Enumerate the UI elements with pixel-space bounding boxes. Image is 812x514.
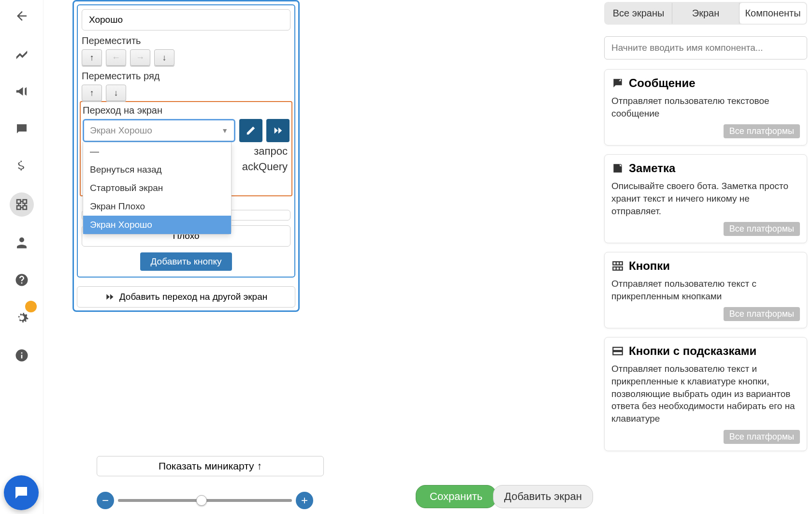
component-hint-buttons[interactable]: Кнопки с подсказками Отправляет пользова… xyxy=(604,337,807,451)
move-row-up-button[interactable]: ↑ xyxy=(82,85,102,101)
screen-card: Переместить ↑ ← → ↓ Переместить ряд ↑ ↓ … xyxy=(72,0,300,312)
platform-badge: Все платформы xyxy=(724,430,800,444)
dropdown-item-bad[interactable]: Экран Плохо xyxy=(83,197,231,216)
dropdown-item-start[interactable]: Стартовый экран xyxy=(83,179,231,197)
move-row-label: Переместить ряд xyxy=(82,71,290,82)
screen-select-value: Экран Хорошо xyxy=(90,125,152,136)
move-left-button: ← xyxy=(106,49,126,66)
chat-fab[interactable] xyxy=(4,475,39,510)
move-down-button[interactable]: ↓ xyxy=(154,49,174,66)
platform-badge: Все платформы xyxy=(724,307,800,321)
screen-select[interactable]: Экран Хорошо ▼ xyxy=(83,119,235,142)
zoom-slider[interactable] xyxy=(118,499,292,502)
zoom-thumb[interactable] xyxy=(196,495,207,506)
chat-icon[interactable] xyxy=(10,117,34,141)
editor-canvas: Переместить ↑ ← → ↓ Переместить ряд ↑ ↓ … xyxy=(44,0,812,514)
move-label: Переместить xyxy=(82,35,290,46)
dollar-icon[interactable] xyxy=(10,155,34,179)
dropdown-item-back[interactable]: Вернуться назад xyxy=(83,161,231,179)
tab-all-screens[interactable]: Все экраны xyxy=(605,3,672,24)
component-desc: Отправляет пользователю текстовое сообще… xyxy=(611,95,800,119)
tab-components[interactable]: Компоненты xyxy=(740,3,806,24)
tabs: Все экраны Экран Компоненты xyxy=(604,2,807,25)
platform-badge: Все платформы xyxy=(724,124,800,138)
question-icon[interactable] xyxy=(10,268,34,292)
edit-button[interactable] xyxy=(239,119,262,142)
component-desc: Описывайте своего бота. Заметка просто х… xyxy=(611,180,800,217)
notification-badge xyxy=(25,301,37,312)
jump-button[interactable] xyxy=(266,119,290,142)
minimap-button[interactable]: Показать миникарту ↑ xyxy=(97,456,324,476)
message-icon xyxy=(611,77,624,89)
add-transition-button[interactable]: Добавить переход на другой экран xyxy=(77,286,295,308)
cogs-icon[interactable] xyxy=(10,306,34,330)
grid-icon xyxy=(611,260,624,272)
rows-icon xyxy=(611,345,624,357)
screen-dropdown: — Вернуться назад Стартовый экран Экран … xyxy=(83,142,232,235)
component-search-input[interactable] xyxy=(604,36,807,59)
component-message[interactable]: Сообщение Отправляет пользователю тексто… xyxy=(604,69,807,146)
save-button[interactable]: Сохранить xyxy=(416,485,496,508)
component-note[interactable]: Заметка Описывайте своего бота. Заметка … xyxy=(604,154,807,243)
dropdown-item-good[interactable]: Экран Хорошо xyxy=(83,216,231,234)
note-icon xyxy=(611,162,624,175)
platform-badge: Все платформы xyxy=(724,222,800,236)
megaphone-icon[interactable] xyxy=(10,79,34,103)
transition-label: Переход на экран xyxy=(83,105,290,116)
move-right-button: → xyxy=(130,49,150,66)
component-desc: Отправляет пользователю текст с прикрепл… xyxy=(611,278,800,302)
transition-section: Переход на экран Экран Хорошо ▼ — Вернут… xyxy=(80,101,292,196)
zoom-out-button[interactable]: − xyxy=(97,492,114,509)
move-up-button[interactable]: ↑ xyxy=(82,49,102,66)
add-screen-button[interactable]: Добавить экран xyxy=(493,485,593,508)
component-desc: Отправляет пользователю текст и прикрепл… xyxy=(611,363,800,425)
back-icon[interactable] xyxy=(10,4,34,28)
info-icon[interactable] xyxy=(10,343,34,367)
chart-icon[interactable] xyxy=(10,42,34,66)
users-icon[interactable] xyxy=(10,230,34,254)
add-button[interactable]: Добавить кнопку xyxy=(140,252,232,271)
fast-forward-icon xyxy=(105,292,115,302)
tab-screen[interactable]: Экран xyxy=(672,3,740,24)
sidebar xyxy=(0,0,44,514)
button-text-input[interactable] xyxy=(82,9,290,30)
dropdown-item-none[interactable]: — xyxy=(83,142,231,161)
zoom-in-button[interactable]: + xyxy=(296,492,313,509)
chevron-down-icon: ▼ xyxy=(221,127,228,134)
canvas-icon[interactable] xyxy=(10,192,34,217)
move-row-down-button[interactable]: ↓ xyxy=(106,85,126,101)
component-buttons[interactable]: Кнопки Отправляет пользователю текст с п… xyxy=(604,252,807,328)
right-panel: Все экраны Экран Компоненты Сообщение От… xyxy=(599,0,812,514)
